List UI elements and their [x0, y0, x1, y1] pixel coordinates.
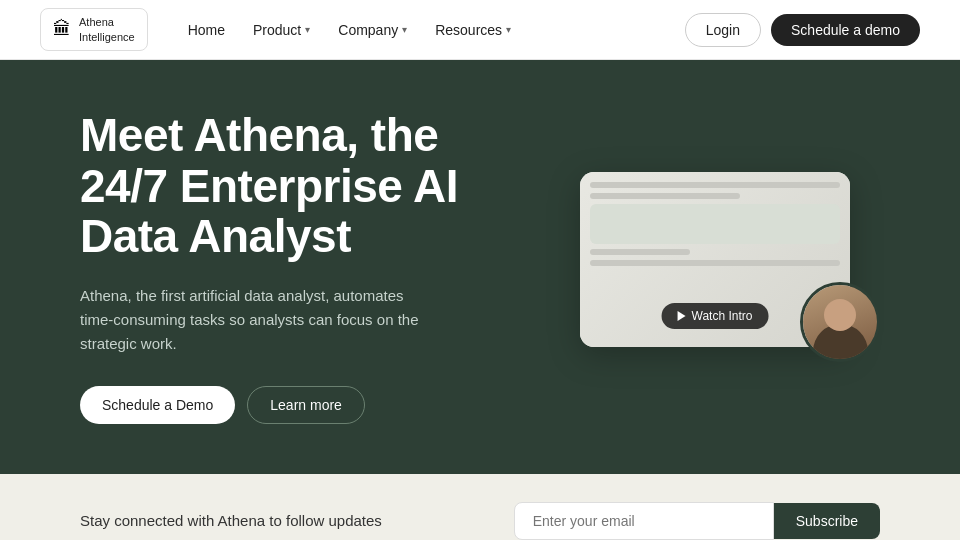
hero-title: Meet Athena, the 24/7 Enterprise AI Data…	[80, 110, 500, 262]
subscribe-section: Stay connected with Athena to follow upd…	[0, 474, 960, 540]
dash-line-3	[590, 249, 690, 255]
nav-links: Home Product ▾ Company ▾ Resources ▾	[188, 22, 685, 38]
hero-subtitle: Athena, the first artificial data analys…	[80, 284, 430, 356]
dashboard-preview	[590, 182, 840, 317]
watch-intro-button[interactable]: Watch Intro	[662, 303, 769, 329]
nav-home[interactable]: Home	[188, 22, 225, 38]
hero-visual: Watch Intro	[580, 172, 880, 362]
dash-line-1	[590, 182, 840, 188]
navbar: 🏛 Athena Intelligence Home Product ▾ Com…	[0, 0, 960, 60]
hero-buttons: Schedule a Demo Learn more	[80, 386, 500, 424]
subscribe-form: Subscribe	[514, 502, 880, 540]
learn-more-button[interactable]: Learn more	[247, 386, 365, 424]
logo[interactable]: 🏛 Athena Intelligence	[40, 8, 148, 51]
avatar-head	[824, 299, 856, 331]
hero-content: Meet Athena, the 24/7 Enterprise AI Data…	[80, 110, 500, 424]
play-icon	[678, 311, 686, 321]
nav-product[interactable]: Product ▾	[253, 22, 310, 38]
dash-line-4	[590, 260, 840, 266]
logo-icon: 🏛	[53, 19, 71, 40]
subscribe-text: Stay connected with Athena to follow upd…	[80, 512, 382, 529]
product-chevron-icon: ▾	[305, 24, 310, 35]
schedule-demo-nav-button[interactable]: Schedule a demo	[771, 14, 920, 46]
nav-actions: Login Schedule a demo	[685, 13, 920, 47]
resources-chevron-icon: ▾	[506, 24, 511, 35]
nav-company[interactable]: Company ▾	[338, 22, 407, 38]
nav-resources[interactable]: Resources ▾	[435, 22, 511, 38]
avatar-face	[803, 285, 877, 359]
schedule-demo-hero-button[interactable]: Schedule a Demo	[80, 386, 235, 424]
avatar-body	[813, 324, 868, 359]
dash-block-1	[590, 204, 840, 244]
logo-text: Athena Intelligence	[79, 15, 135, 44]
subscribe-button[interactable]: Subscribe	[774, 503, 880, 539]
login-button[interactable]: Login	[685, 13, 761, 47]
avatar	[800, 282, 880, 362]
email-input[interactable]	[514, 502, 774, 540]
company-chevron-icon: ▾	[402, 24, 407, 35]
hero-section: Meet Athena, the 24/7 Enterprise AI Data…	[0, 60, 960, 474]
dash-line-2	[590, 193, 740, 199]
